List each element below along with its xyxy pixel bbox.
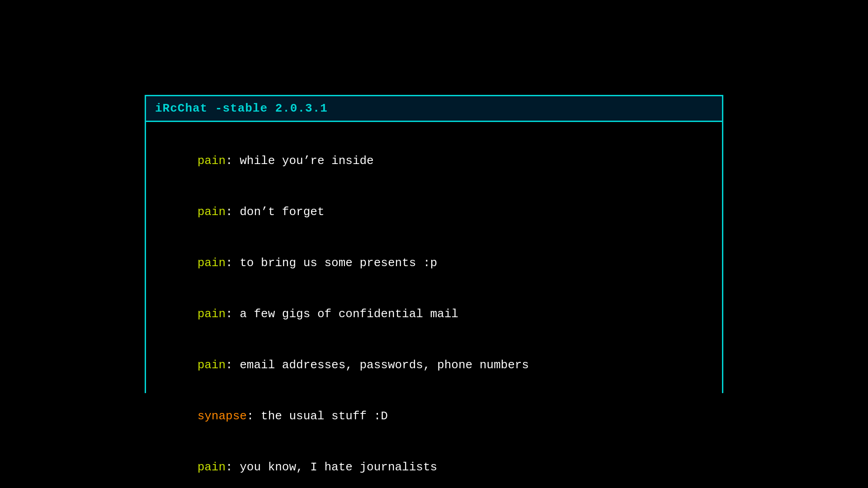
irc-window: iRcChat -stable 2.0.3.1 pain: while you’… bbox=[145, 95, 723, 393]
nick-pain-1: pain bbox=[198, 154, 226, 168]
nick-pain-6: pain bbox=[198, 460, 226, 474]
chat-line-5: pain: email addresses, passwords, phone … bbox=[155, 340, 713, 391]
nick-pain-5: pain bbox=[198, 358, 226, 372]
nick-pain-3: pain bbox=[198, 256, 226, 270]
chat-area: pain: while you’re inside pain: don’t fo… bbox=[146, 122, 722, 488]
chat-line-1: pain: while you’re inside bbox=[155, 136, 713, 187]
nick-pain-4: pain bbox=[198, 307, 226, 321]
title-bar: iRcChat -stable 2.0.3.1 bbox=[146, 96, 722, 122]
chat-line-6: synapse: the usual stuff :D bbox=[155, 391, 713, 442]
nick-synapse-1: synapse bbox=[198, 409, 247, 423]
chat-line-2: pain: don’t forget bbox=[155, 187, 713, 238]
nick-pain-2: pain bbox=[198, 205, 226, 219]
chat-line-4: pain: a few gigs of confidential mail bbox=[155, 289, 713, 340]
window-title: iRcChat -stable 2.0.3.1 bbox=[155, 102, 328, 115]
chat-line-3: pain: to bring us some presents :p bbox=[155, 238, 713, 289]
chat-line-7: pain: you know, I hate journalists bbox=[155, 442, 713, 488]
